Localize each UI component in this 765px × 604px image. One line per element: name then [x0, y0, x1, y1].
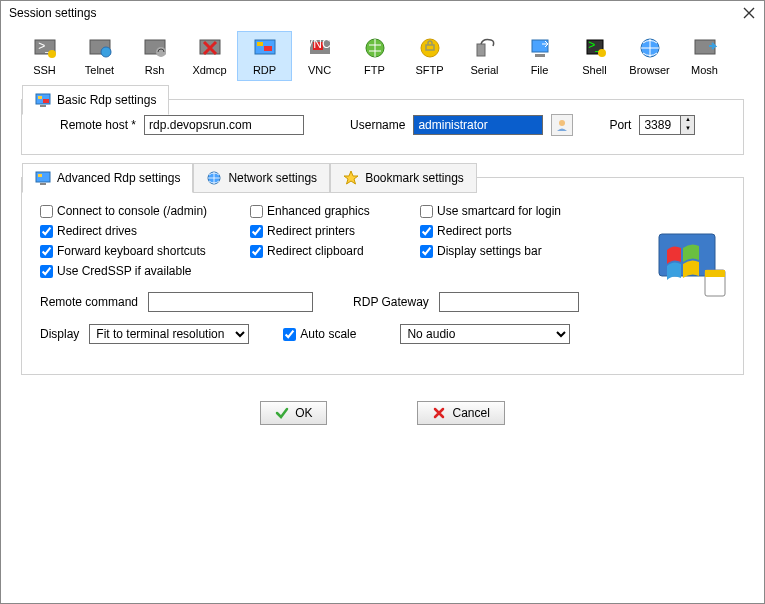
basic-rdp-panel: Basic Rdp settings Remote host * Usernam…: [21, 99, 744, 155]
rdp-icon: [35, 170, 51, 186]
cancel-label: Cancel: [452, 406, 489, 420]
svg-rect-18: [535, 54, 545, 57]
audio-select[interactable]: No audio: [400, 324, 570, 344]
session-type-serial[interactable]: Serial: [457, 31, 512, 81]
session-type-browser[interactable]: Browser: [622, 31, 677, 81]
svg-rect-10: [264, 46, 272, 51]
session-type-label: Xdmcp: [183, 64, 236, 76]
serial-icon: [473, 36, 497, 60]
vnc-icon: VNC: [308, 36, 332, 60]
check-redirect-ports[interactable]: Redirect ports: [420, 224, 620, 238]
check-display-settings-bar[interactable]: Display settings bar: [420, 244, 620, 258]
shell-icon: >_: [583, 36, 607, 60]
port-label: Port: [609, 118, 631, 132]
file-icon: [528, 36, 552, 60]
session-type-toolbar: >_SSHTelnetRshXdmcpRDPVNCVNCFTPSFTPSeria…: [1, 25, 764, 85]
advanced-rdp-panel: Advanced Rdp settings Network settings B…: [21, 177, 744, 375]
session-type-vnc[interactable]: VNCVNC: [292, 31, 347, 81]
svg-rect-9: [257, 42, 263, 46]
xdmcp-icon: [198, 36, 222, 60]
check-label: Redirect drives: [57, 224, 137, 238]
session-type-label: SFTP: [403, 64, 456, 76]
session-type-label: VNC: [293, 64, 346, 76]
session-type-rdp[interactable]: RDP: [237, 31, 292, 81]
tab-bookmark-label: Bookmark settings: [365, 171, 464, 185]
remote-command-input[interactable]: [148, 292, 313, 312]
session-type-label: Telnet: [73, 64, 126, 76]
remote-host-label: Remote host *: [60, 118, 136, 132]
mosh-icon: [693, 36, 717, 60]
user-browse-button[interactable]: [551, 114, 573, 136]
session-type-mosh[interactable]: Mosh: [677, 31, 732, 81]
session-type-label: File: [513, 64, 566, 76]
session-type-xdmcp[interactable]: Xdmcp: [182, 31, 237, 81]
session-type-label: SSH: [18, 64, 71, 76]
check-enhanced-graphics[interactable]: Enhanced graphics: [250, 204, 420, 218]
check-redirect-clipboard[interactable]: Redirect clipboard: [250, 244, 420, 258]
ok-button[interactable]: OK: [260, 401, 327, 425]
port-up-icon[interactable]: ▲: [681, 116, 694, 125]
session-type-rsh[interactable]: Rsh: [127, 31, 182, 81]
session-type-label: FTP: [348, 64, 401, 76]
svg-rect-31: [40, 183, 46, 185]
check-icon: [275, 406, 289, 420]
session-type-label: Browser: [623, 64, 676, 76]
check-label: Use CredSSP if available: [57, 264, 192, 278]
svg-rect-30: [38, 174, 42, 177]
check-label: Redirect clipboard: [267, 244, 364, 258]
tab-network-settings[interactable]: Network settings: [193, 163, 330, 193]
window-title: Session settings: [9, 6, 96, 20]
session-type-ssh[interactable]: >_SSH: [17, 31, 72, 81]
port-down-icon[interactable]: ▼: [681, 125, 694, 134]
autoscale-label: Auto scale: [300, 327, 356, 341]
globe-icon: [206, 170, 222, 186]
svg-rect-27: [40, 105, 46, 107]
session-type-label: Rsh: [128, 64, 181, 76]
svg-text:VNC: VNC: [308, 37, 331, 51]
sftp-icon: [418, 36, 442, 60]
tab-basic-rdp[interactable]: Basic Rdp settings: [22, 85, 169, 115]
star-icon: [343, 170, 359, 186]
check-forward-keyboard-shortcuts[interactable]: Forward keyboard shortcuts: [40, 244, 250, 258]
session-type-telnet[interactable]: Telnet: [72, 31, 127, 81]
tab-network-label: Network settings: [228, 171, 317, 185]
check-redirect-printers[interactable]: Redirect printers: [250, 224, 420, 238]
svg-point-2: [48, 50, 56, 58]
session-type-ftp[interactable]: FTP: [347, 31, 402, 81]
telnet-icon: [88, 36, 112, 60]
check-use-credssp-if-available[interactable]: Use CredSSP if available: [40, 264, 250, 278]
username-label: Username: [350, 118, 405, 132]
session-type-file[interactable]: File: [512, 31, 567, 81]
display-select[interactable]: Fit to terminal resolution: [89, 324, 249, 344]
check-label: Display settings bar: [437, 244, 542, 258]
rdp-icon: [35, 92, 51, 108]
check-label: Connect to console (/admin): [57, 204, 207, 218]
autoscale-checkbox[interactable]: Auto scale: [283, 327, 356, 341]
ftp-icon: [363, 36, 387, 60]
session-type-label: Mosh: [678, 64, 731, 76]
check-use-smartcard-for-login[interactable]: Use smartcard for login: [420, 204, 620, 218]
port-spinner[interactable]: ▲ ▼: [639, 115, 695, 135]
username-input[interactable]: [413, 115, 543, 135]
remote-host-input[interactable]: [144, 115, 304, 135]
session-type-label: RDP: [238, 64, 291, 76]
rsh-icon: [143, 36, 167, 60]
session-type-shell[interactable]: >_Shell: [567, 31, 622, 81]
tab-advanced-rdp[interactable]: Advanced Rdp settings: [22, 163, 193, 193]
display-label: Display: [40, 327, 79, 341]
cancel-button[interactable]: Cancel: [417, 401, 504, 425]
rdp-gateway-input[interactable]: [439, 292, 579, 312]
x-icon: [432, 406, 446, 420]
check-label: Enhanced graphics: [267, 204, 370, 218]
check-label: Use smartcard for login: [437, 204, 561, 218]
check-connect-to-console-admin[interactable]: Connect to console (/admin): [40, 204, 250, 218]
tab-bookmark-settings[interactable]: Bookmark settings: [330, 163, 477, 193]
close-icon[interactable]: [742, 6, 756, 20]
svg-point-4: [101, 47, 111, 57]
check-redirect-drives[interactable]: Redirect drives: [40, 224, 250, 238]
check-label: Forward keyboard shortcuts: [57, 244, 206, 258]
session-type-sftp[interactable]: SFTP: [402, 31, 457, 81]
svg-point-21: [598, 49, 606, 57]
rdp-gateway-label: RDP Gateway: [353, 295, 429, 309]
port-input[interactable]: [640, 116, 680, 134]
